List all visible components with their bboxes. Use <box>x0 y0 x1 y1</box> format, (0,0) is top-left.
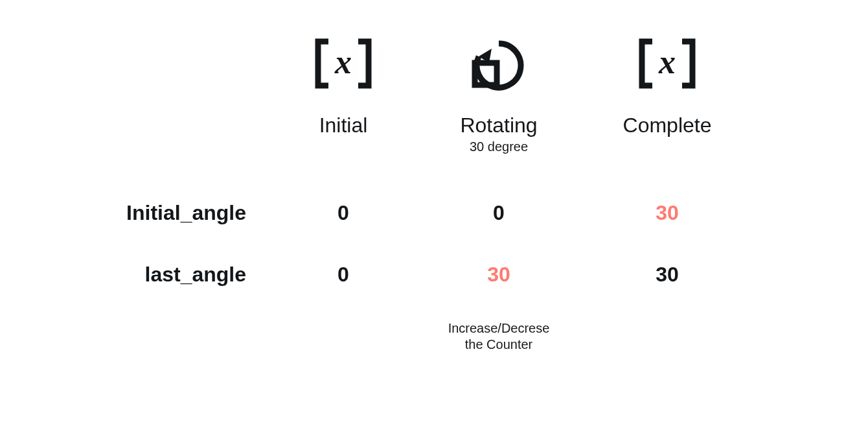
col-complete-icon: x <box>596 32 738 97</box>
value-initial-angle-initial: 0 <box>272 201 415 225</box>
row-label-last-angle: last_angle <box>52 263 246 287</box>
col-header-initial: Initial <box>272 113 415 137</box>
col-footer-rotating-line2: the Counter <box>421 337 577 352</box>
variable-x-bracket-icon: x <box>638 38 696 92</box>
svg-text:x: x <box>334 43 352 80</box>
rotate-ccw-icon <box>463 34 534 95</box>
row-label-initial-angle: Initial_angle <box>52 201 246 225</box>
value-last-angle-complete: 30 <box>596 263 738 287</box>
svg-text:x: x <box>658 43 676 80</box>
col-header-complete: Complete <box>596 113 738 137</box>
value-initial-angle-rotating: 0 <box>421 201 577 225</box>
col-header-rotating: Rotating <box>421 113 577 137</box>
variable-x-bracket-icon: x <box>314 38 372 92</box>
col-footer-rotating-line1: Increase/Decrese <box>421 321 577 336</box>
col-subheader-rotating: 30 degree <box>421 139 577 154</box>
value-initial-angle-complete: 30 <box>596 201 738 225</box>
col-initial-icon: x <box>272 32 415 97</box>
value-last-angle-rotating: 30 <box>421 263 577 287</box>
value-last-angle-initial: 0 <box>272 263 415 287</box>
col-rotating-icon <box>421 32 577 97</box>
